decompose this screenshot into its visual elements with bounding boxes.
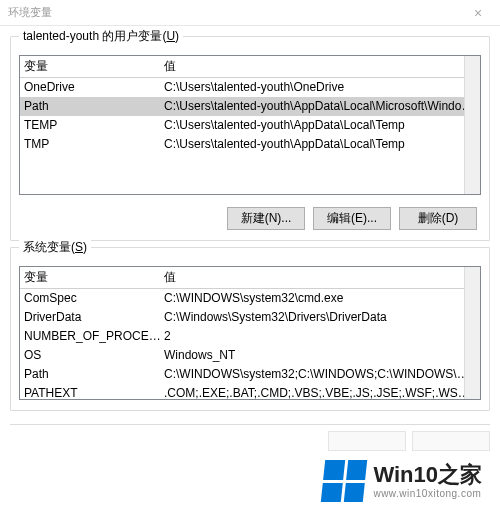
cell-val: C:\Windows\System32\Drivers\DriverData <box>164 310 476 324</box>
window-title: 环境变量 <box>8 5 52 20</box>
cell-val: C:\Users\talented-youth\OneDrive <box>164 80 476 94</box>
table-row[interactable]: ComSpecC:\WINDOWS\system32\cmd.exe <box>20 289 480 308</box>
header-val: 值 <box>164 58 476 75</box>
table-row[interactable]: PathC:\Users\talented-youth\AppData\Loca… <box>20 97 480 116</box>
table-row[interactable]: PATHEXT.COM;.EXE;.BAT;.CMD;.VBS;.VBE;.JS… <box>20 384 480 400</box>
cell-var: Path <box>24 99 164 113</box>
watermark-url: www.win10xitong.com <box>373 488 482 499</box>
system-variables-label: 系统变量(S) <box>19 239 91 256</box>
user-variables-table[interactable]: 变量 值 OneDriveC:\Users\talented-youth\One… <box>19 55 481 195</box>
user-variables-label: talented-youth 的用户变量(U) <box>19 28 183 45</box>
cell-var: OneDrive <box>24 80 164 94</box>
table-row[interactable]: PathC:\WINDOWS\system32;C:\WINDOWS;C:\WI… <box>20 365 480 384</box>
cell-val: 2 <box>164 329 476 343</box>
new-button[interactable]: 新建(N)... <box>227 207 305 230</box>
table-header: 变量 值 <box>20 267 480 289</box>
cell-val: C:\Users\talented-youth\AppData\Local\Mi… <box>164 99 476 113</box>
cell-val: C:\Users\talented-youth\AppData\Local\Te… <box>164 118 476 132</box>
ghost-button[interactable] <box>328 431 406 451</box>
system-variables-group: 系统变量(S) 变量 值 ComSpecC:\WINDOWS\system32\… <box>10 247 490 411</box>
cell-var: TMP <box>24 137 164 151</box>
header-var: 变量 <box>24 58 164 75</box>
watermark: Win10之家 www.win10xitong.com <box>317 456 488 506</box>
table-row[interactable]: TMPC:\Users\talented-youth\AppData\Local… <box>20 135 480 154</box>
table-row[interactable]: TEMPC:\Users\talented-youth\AppData\Loca… <box>20 116 480 135</box>
dialog-bottom-bar <box>10 424 490 452</box>
edit-button[interactable]: 编辑(E)... <box>313 207 391 230</box>
cell-val: C:\WINDOWS\system32;C:\WINDOWS;C:\WINDOW… <box>164 367 476 381</box>
scrollbar[interactable] <box>464 267 480 399</box>
cell-var: TEMP <box>24 118 164 132</box>
cell-val: C:\Users\talented-youth\AppData\Local\Te… <box>164 137 476 151</box>
table-row[interactable]: NUMBER_OF_PROCESSORS2 <box>20 327 480 346</box>
cell-var: NUMBER_OF_PROCESSORS <box>24 329 164 343</box>
system-variables-table[interactable]: 变量 值 ComSpecC:\WINDOWS\system32\cmd.exeD… <box>19 266 481 400</box>
cell-var: Path <box>24 367 164 381</box>
cell-val: Windows_NT <box>164 348 476 362</box>
cell-var: PATHEXT <box>24 386 164 400</box>
header-val: 值 <box>164 269 476 286</box>
windows-logo-icon <box>321 460 367 502</box>
close-icon[interactable]: × <box>460 5 496 21</box>
delete-button[interactable]: 删除(D) <box>399 207 477 230</box>
scrollbar[interactable] <box>464 56 480 194</box>
cell-val: .COM;.EXE;.BAT;.CMD;.VBS;.VBE;.JS;.JSE;.… <box>164 386 476 400</box>
watermark-title: Win10之家 <box>373 463 482 487</box>
titlebar: 环境变量 × <box>0 0 500 26</box>
table-row[interactable]: OneDriveC:\Users\talented-youth\OneDrive <box>20 78 480 97</box>
cell-val: C:\WINDOWS\system32\cmd.exe <box>164 291 476 305</box>
cell-var: OS <box>24 348 164 362</box>
table-row[interactable]: OSWindows_NT <box>20 346 480 365</box>
table-header: 变量 值 <box>20 56 480 78</box>
user-variables-group: talented-youth 的用户变量(U) 变量 值 OneDriveC:\… <box>10 36 490 241</box>
cell-var: DriverData <box>24 310 164 324</box>
header-var: 变量 <box>24 269 164 286</box>
table-row[interactable]: DriverDataC:\Windows\System32\Drivers\Dr… <box>20 308 480 327</box>
ghost-button[interactable] <box>412 431 490 451</box>
cell-var: ComSpec <box>24 291 164 305</box>
